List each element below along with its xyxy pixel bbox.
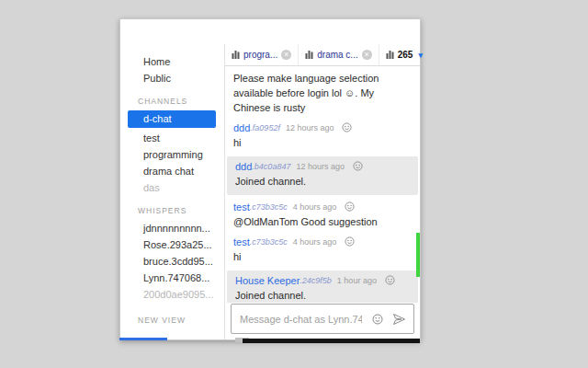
member-count-dropdown[interactable]: 265 ▾ [379,44,429,65]
username[interactable]: ddd [233,122,250,133]
message-text: Joined channel. [235,289,410,303]
sidebar: Home Public CHANNELS d-chat test program… [120,44,225,339]
username-suffix: .b4c0a847 [252,162,290,171]
message: Please make language selection available… [225,68,420,119]
emoji-picker-icon[interactable] [372,314,383,325]
timestamp: 4 hours ago [293,202,337,212]
sidebar-whisper-lynn[interactable]: Lynn.747068... [120,270,224,286]
username[interactable]: test [233,236,250,247]
sidebar-item-das[interactable]: das [120,179,224,196]
tab-bar: progra... × drama c... × 265 ▾ [225,44,420,66]
bottom-window-edge [243,339,420,343]
add-reaction-icon[interactable] [345,236,355,247]
username-suffix: .c73b3c5c [250,202,288,212]
channel-icon [232,51,240,59]
whispers-header: WHISPERS [120,205,224,216]
sidebar-item-drama-chat[interactable]: drama chat [120,163,224,179]
chat-panel: progra... × drama c... × 265 ▾ [225,44,420,339]
message: test.c73b3c5c 4 hours ago hi [225,233,420,268]
message-list[interactable]: Please make language selection available… [225,66,420,303]
username-suffix: .c73b3c5c [250,237,288,247]
timestamp: 12 hours ago [286,123,334,132]
channel-icon [305,51,313,59]
new-view-button[interactable]: NEW VIEW [138,316,186,325]
chevron-down-icon: ▾ [418,51,423,60]
message-composer [231,304,414,334]
sidebar-whisper-rose[interactable]: Rose.293a25... [120,236,224,253]
tab-label: progra... [243,50,277,60]
timestamp: 4 hours ago [293,237,337,247]
message-text: @OldManTom Good suggestion [233,215,412,230]
member-count: 265 [398,50,413,60]
sidebar-item-public[interactable]: Public [120,70,224,86]
message-text: Please make language selection available… [233,72,412,116]
scrollbar-thumb[interactable] [416,233,420,277]
username[interactable]: test [233,201,250,213]
sidebar-item-d-chat[interactable]: d-chat [128,110,216,128]
sidebar-item-home[interactable]: Home [120,53,224,70]
add-reaction-icon[interactable] [385,275,395,285]
add-reaction-icon[interactable] [345,201,355,212]
close-icon[interactable]: × [362,50,372,60]
message-text: hi [233,250,412,265]
tab-programming[interactable]: progra... × [225,44,299,65]
username-suffix: .fa0952f [250,123,280,132]
add-reaction-icon[interactable] [342,122,352,132]
sidebar-whisper-bruce[interactable]: bruce.3cdd95... [120,253,224,270]
sidebar-whisper-200d[interactable]: 200d0ae9095... [120,286,224,303]
timestamp: 12 hours ago [296,162,345,171]
sidebar-whisper-jdn[interactable]: jdnnnnnnnnn... [120,220,224,236]
tab-drama-chat[interactable]: drama c... × [299,44,379,65]
sidebar-item-test[interactable]: test [120,130,224,146]
message-text: hi [233,136,412,151]
username-suffix: .24c9f5b [300,276,332,285]
window-top-spacer [120,19,420,44]
joined-message: ddd.b4c0a847 12 hours ago Joined channel… [227,156,418,195]
bottom-left-blue-line [119,338,167,340]
message-input[interactable] [240,314,362,325]
message: test.c73b3c5c 4 hours ago @OldManTom Goo… [225,198,420,233]
close-icon[interactable]: × [281,50,291,60]
tab-label: drama c... [317,50,357,60]
channels-header: CHANNELS [120,96,224,107]
timestamp: 1 hour ago [337,276,377,285]
members-icon [386,51,394,59]
sidebar-item-programming[interactable]: programming [120,146,224,163]
username[interactable]: House Keeper [235,275,300,286]
username[interactable]: ddd [235,161,252,172]
send-icon[interactable] [393,314,405,325]
message: ddd.fa0952f 12 hours ago hi [225,119,420,154]
joined-message: House Keeper.24c9f5b 1 hour ago Joined c… [227,270,418,303]
d-chat-popup-window: Home Public CHANNELS d-chat test program… [119,18,421,340]
add-reaction-icon[interactable] [353,161,363,171]
message-text: Joined channel. [235,175,410,190]
